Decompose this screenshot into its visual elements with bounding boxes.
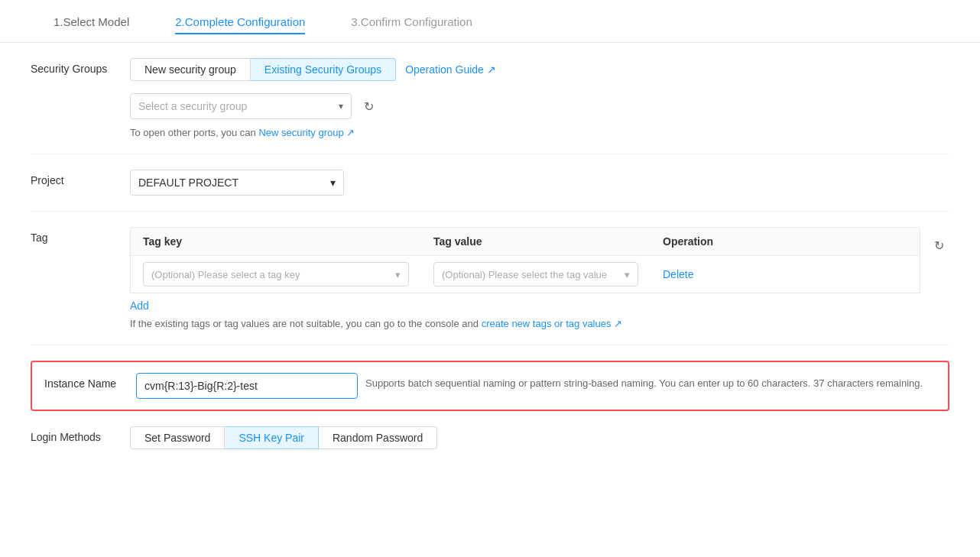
tab-new-security-group[interactable]: New security group [130, 58, 251, 81]
project-value: DEFAULT PROJECT [138, 176, 239, 189]
tag-value-placeholder: (Optional) Please select the tag value [442, 269, 607, 280]
tag-content: Tag key Tag value Operation (Optional) P… [130, 227, 949, 329]
step-confirm-config-underline [351, 33, 472, 34]
login-methods-label: Login Methods [31, 426, 130, 443]
tag-section: Tag Tag key Tag value Operation (Optiona… [31, 227, 949, 345]
tag-refresh-button[interactable]: ↻ [928, 235, 949, 256]
refresh-icon: ↻ [364, 100, 374, 113]
tab-random-password[interactable]: Random Password [319, 426, 437, 449]
instance-name-label: Instance Name [44, 373, 128, 390]
tag-value-cell: (Optional) Please select the tag value ▾ [421, 262, 651, 287]
tag-info: If the existing tags or tag values are n… [130, 318, 920, 329]
tag-label: Tag [31, 227, 130, 244]
operation-guide-link[interactable]: Operation Guide ↗ [405, 63, 496, 76]
tag-key-select[interactable]: (Optional) Please select a tag key ▾ [143, 262, 409, 287]
security-groups-section: Security Groups New security group Exist… [31, 58, 949, 154]
security-group-select[interactable]: Select a security group ▾ [130, 93, 352, 119]
external-link-icon-2: ↗ [346, 127, 355, 138]
step-confirm-config-label: 3.Confirm Configuration [351, 15, 472, 28]
tag-key-arrow-icon: ▾ [395, 269, 401, 280]
tab-ssh-key-pair[interactable]: SSH Key Pair [225, 426, 319, 449]
page-container: 1.Select Model 2.Complete Configuration … [0, 0, 980, 557]
instance-name-inner: Instance Name Supports batch sequential … [44, 373, 936, 399]
tag-operation-cell: Delete [651, 268, 920, 280]
step-select-model-label: 1.Select Model [54, 15, 129, 28]
security-groups-label: Security Groups [31, 58, 130, 75]
tag-refresh-icon: ↻ [934, 239, 944, 252]
tag-value-arrow-icon: ▾ [625, 269, 630, 280]
tag-col-key: Tag key [131, 228, 421, 255]
table-row: (Optional) Please select a tag key ▾ (Op… [130, 256, 920, 293]
security-group-placeholder: Select a security group [138, 100, 247, 112]
project-content: DEFAULT PROJECT ▾ [130, 170, 949, 196]
bottom-space [0, 507, 980, 530]
step-select-model-underline [54, 33, 129, 34]
stepper: 1.Select Model 2.Complete Configuration … [0, 0, 980, 43]
tag-value-select[interactable]: (Optional) Please select the tag value ▾ [433, 262, 638, 287]
tag-key-placeholder: (Optional) Please select a tag key [151, 269, 300, 280]
step-complete-config[interactable]: 2.Complete Configuration [152, 15, 328, 34]
security-groups-tabs: New security group Existing Security Gro… [130, 58, 949, 81]
tag-key-cell: (Optional) Please select a tag key ▾ [131, 262, 421, 287]
project-section: Project DEFAULT PROJECT ▾ [31, 170, 949, 212]
login-methods-tabs: Set Password SSH Key Pair Random Passwor… [130, 426, 949, 449]
main-content: Security Groups New security group Exist… [0, 43, 980, 507]
security-group-hint: To open other ports, you can New securit… [130, 127, 949, 138]
tag-table-container: Tag key Tag value Operation (Optional) P… [130, 227, 949, 329]
instance-name-hint: Supports batch sequential naming or patt… [365, 373, 936, 389]
tab-set-password[interactable]: Set Password [130, 426, 225, 449]
security-groups-content: New security group Existing Security Gro… [130, 58, 949, 138]
tag-table: Tag key Tag value Operation (Optional) P… [130, 227, 920, 329]
instance-name-section: Instance Name Supports batch sequential … [31, 361, 949, 411]
external-link-icon-3: ↗ [614, 318, 622, 329]
instance-name-input[interactable] [136, 373, 358, 399]
tag-delete-link[interactable]: Delete [663, 268, 693, 280]
login-methods-content: Set Password SSH Key Pair Random Passwor… [130, 426, 949, 461]
step-complete-config-label: 2.Complete Configuration [175, 15, 305, 28]
step-complete-config-underline [175, 33, 305, 34]
step-confirm-config[interactable]: 3.Confirm Configuration [328, 15, 495, 34]
external-link-icon: ↗ [487, 63, 496, 76]
tab-existing-security-groups[interactable]: Existing Security Groups [251, 58, 396, 81]
tag-col-value: Tag value [421, 228, 651, 255]
tag-add-link[interactable]: Add [130, 300, 149, 312]
new-security-group-link[interactable]: New security group ↗ [258, 127, 355, 138]
project-select[interactable]: DEFAULT PROJECT ▾ [130, 170, 344, 196]
security-group-refresh-button[interactable]: ↻ [358, 96, 379, 117]
step-select-model[interactable]: 1.Select Model [31, 15, 152, 34]
tag-header: Tag key Tag value Operation [130, 227, 920, 256]
project-dropdown-arrow-icon: ▾ [330, 176, 336, 189]
dropdown-arrow-icon: ▾ [339, 101, 343, 112]
security-group-select-row: Select a security group ▾ ↻ [130, 93, 949, 119]
login-methods-section: Login Methods Set Password SSH Key Pair … [31, 426, 949, 477]
project-label: Project [31, 170, 130, 186]
tag-col-operation: Operation [651, 228, 920, 255]
create-tags-link[interactable]: create new tags or tag values ↗ [482, 318, 622, 329]
